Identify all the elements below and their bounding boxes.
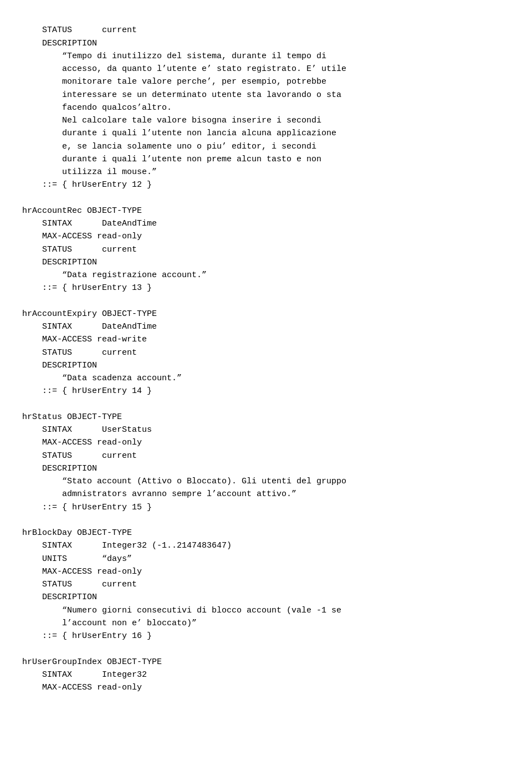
code-content: STATUS current DESCRIPTION “Tempo di inu… bbox=[22, 11, 510, 694]
